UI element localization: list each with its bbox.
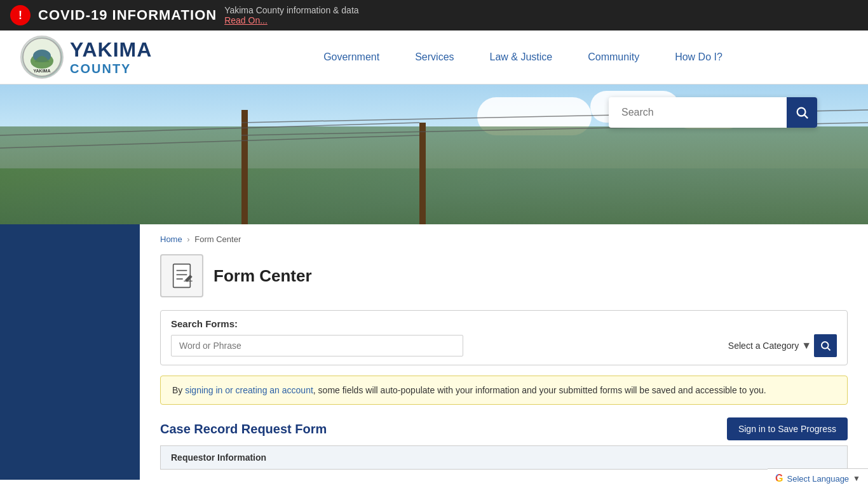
content-area: Home › Form Center Form Center Search Fo… — [0, 224, 868, 480]
logo-emblem: YAKIMA — [20, 36, 64, 79]
nav-government[interactable]: Government — [318, 49, 384, 65]
logo-county: COUNTY — [70, 62, 152, 76]
breadcrumb-separator: › — [187, 234, 189, 244]
info-prefix: By — [172, 385, 185, 395]
category-select-wrapper: Select a Category ▼ — [728, 334, 837, 357]
hero-search-bar — [609, 97, 817, 128]
covid-icon: ! — [10, 5, 31, 25]
page-title-row: Form Center — [160, 254, 848, 297]
select-language-link[interactable]: Select Language — [787, 474, 850, 480]
category-dropdown-arrow: ▼ — [801, 340, 811, 351]
sign-in-save-progress-button[interactable]: Sign in to Save Progress — [727, 417, 848, 440]
covid-title: COVID-19 INFORMATION — [38, 7, 217, 24]
nav-services[interactable]: Services — [410, 49, 459, 65]
hero-search-input[interactable] — [609, 99, 787, 126]
requestor-bar: Requestor Information — [160, 445, 848, 470]
nav-how-do-i[interactable]: How Do I? — [670, 49, 728, 65]
hero-search-button[interactable] — [787, 97, 817, 128]
svg-point-8 — [797, 108, 806, 116]
breadcrumb: Home › Form Center — [160, 234, 848, 244]
svg-rect-10 — [173, 264, 191, 288]
search-forms-row: Select a Category ▼ — [171, 334, 837, 357]
logo-text: YAKIMA COUNTY — [70, 38, 152, 76]
translate-bar: G Select Language ▼ — [768, 468, 868, 480]
covid-info: Yakima County information & data Read On… — [224, 5, 358, 25]
hero-pole-2 — [419, 123, 426, 224]
nav-community[interactable]: Community — [583, 49, 644, 65]
info-signin-link[interactable]: signing in or creating an account — [185, 385, 313, 395]
info-message-box: By signing in or creating an account, so… — [160, 376, 848, 405]
hero-green — [0, 126, 868, 224]
nav-law-justice[interactable]: Law & Justice — [485, 49, 558, 65]
requestor-label: Requestor Information — [171, 452, 266, 463]
search-forms-button[interactable] — [814, 334, 837, 357]
breadcrumb-current: Form Center — [194, 234, 241, 244]
page-title: Form Center — [214, 266, 312, 286]
case-record-title: Case Record Request Form — [160, 422, 327, 437]
logo-area: YAKIMA YAKIMA COUNTY — [20, 36, 198, 79]
svg-line-17 — [827, 348, 830, 350]
site-header: YAKIMA YAKIMA COUNTY Government Services… — [0, 30, 868, 85]
sidebar — [0, 224, 140, 480]
case-record-header: Case Record Request Form Sign in to Save… — [160, 417, 848, 440]
translate-dropdown-arrow[interactable]: ▼ — [853, 474, 860, 480]
covid-banner: ! COVID-19 INFORMATION Yakima County inf… — [0, 0, 868, 30]
covid-subtitle: Yakima County information & data — [224, 5, 358, 15]
hero-pole-1 — [241, 110, 248, 224]
svg-line-9 — [804, 115, 808, 118]
main-content: Home › Form Center Form Center Search Fo… — [140, 224, 868, 480]
category-select-label: Select a Category — [728, 341, 799, 351]
main-nav: Government Services Law & Justice Commun… — [198, 49, 848, 65]
info-suffix: , some fields will auto-populate with yo… — [313, 385, 766, 395]
logo-yakima: YAKIMA — [70, 38, 152, 62]
search-forms-label: Search Forms: — [171, 318, 837, 329]
breadcrumb-home[interactable]: Home — [160, 234, 182, 244]
covid-read-on-link[interactable]: Read On... — [224, 15, 358, 25]
google-g-icon: G — [775, 473, 783, 480]
hero-banner — [0, 85, 868, 224]
form-center-icon — [160, 254, 203, 297]
svg-point-16 — [822, 342, 829, 349]
svg-text:YAKIMA: YAKIMA — [34, 69, 51, 73]
search-forms-box: Search Forms: Select a Category ▼ — [160, 310, 848, 365]
word-phrase-input[interactable] — [171, 335, 463, 356]
